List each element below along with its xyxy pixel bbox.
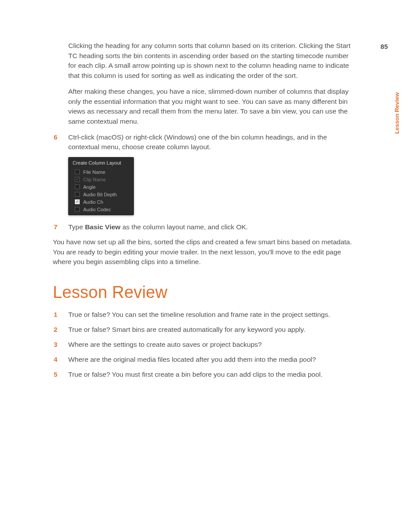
step-number: 6 (54, 132, 57, 142)
context-menu-item-label: Audio Bit Depth (83, 192, 129, 197)
review-text: Where are the settings to create auto sa… (68, 341, 262, 348)
context-menu-item-label: Audio Codec (83, 207, 129, 212)
checkbox-icon[interactable] (75, 192, 80, 197)
review-question: 4Where are the original media files loca… (68, 355, 352, 364)
context-menu-item-label: Angle (83, 184, 129, 190)
step-number: 7 (54, 222, 57, 232)
context-menu-item[interactable]: File Name (69, 168, 133, 176)
review-number: 1 (54, 310, 57, 320)
review-question: 3Where are the settings to create auto s… (68, 340, 352, 349)
context-menu-item[interactable]: Audio Bit Depth (69, 191, 133, 198)
review-text: Where are the original media files locat… (68, 356, 316, 363)
checkbox-icon[interactable] (75, 169, 80, 174)
context-menu-column-layout: Create Column Layout File Name✓Clip Name… (68, 157, 134, 215)
page: 85 Lesson Review Clicking the heading fo… (0, 0, 420, 518)
paragraph-sort-explanation: Clicking the heading for any column sort… (68, 41, 352, 81)
context-menu-header: Create Column Layout (69, 158, 133, 168)
paragraph-closing: You have now set up all the bins, sorted… (53, 237, 352, 267)
review-number: 4 (54, 355, 57, 364)
context-menu-item-label: Clip Name (83, 177, 129, 182)
lesson-review-heading: Lesson Review (53, 283, 352, 302)
context-menu-item[interactable]: ✓Clip Name (69, 176, 133, 183)
step-7: 7 Type Basic View as the column layout n… (68, 222, 352, 232)
paragraph-bin-views: After making these changes, you have a n… (68, 87, 352, 126)
review-number: 5 (54, 370, 57, 379)
step-text-bold: Basic View (85, 223, 121, 231)
context-menu-item[interactable]: Audio Codec (69, 206, 133, 213)
step-6: 6 Ctrl-click (macOS) or right-click (Win… (68, 132, 352, 152)
checkbox-icon[interactable] (75, 184, 80, 189)
context-menu-item-label: Audio Ch (83, 199, 129, 205)
context-menu-item[interactable]: ✓Audio Ch (69, 198, 133, 206)
step-text-suffix: as the column layout name, and click OK. (121, 223, 248, 231)
side-section-label: Lesson Review (394, 92, 400, 134)
page-number: 85 (380, 43, 388, 50)
review-question: 1True or false? You can set the timeline… (68, 310, 352, 320)
review-text: True or false? You can set the timeline … (68, 311, 330, 318)
checkbox-icon[interactable] (75, 207, 80, 212)
step-text-prefix: Type (68, 223, 85, 231)
context-menu-item[interactable]: Angle (69, 183, 133, 191)
review-number: 2 (54, 325, 57, 334)
content-column: Clicking the heading for any column sort… (53, 41, 352, 385)
review-text: True or false? Smart bins are created au… (68, 326, 305, 333)
review-question: 5True or false? You must first create a … (68, 370, 352, 379)
review-number: 3 (54, 340, 57, 349)
review-question: 2True or false? Smart bins are created a… (68, 325, 352, 334)
step-text: Ctrl-click (macOS) or right-click (Windo… (68, 133, 327, 151)
context-menu-item-label: File Name (83, 169, 129, 175)
checkbox-icon[interactable]: ✓ (75, 177, 80, 182)
review-text: True or false? You must first create a b… (68, 371, 323, 378)
checkbox-icon[interactable]: ✓ (75, 199, 80, 204)
